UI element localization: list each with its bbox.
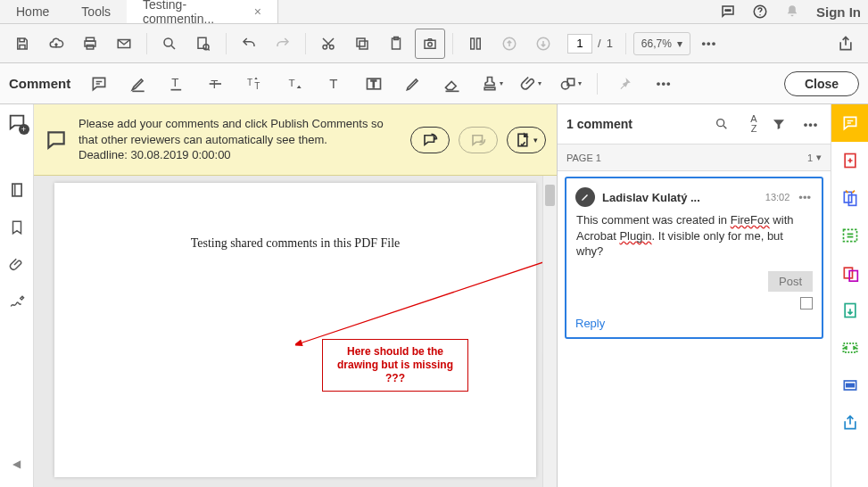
tab-document-title: Testing-commentin... — [143, 0, 247, 26]
tool-compress-icon[interactable] — [831, 329, 869, 367]
add-text-icon[interactable]: T — [318, 69, 351, 99]
tab-home[interactable]: Home — [0, 0, 65, 23]
chat-icon[interactable] — [720, 4, 736, 20]
shapes-icon[interactable]: ▾ — [554, 69, 586, 99]
tool-create-pdf-icon[interactable] — [831, 142, 869, 179]
tab-document[interactable]: Testing-commentin... × — [127, 0, 278, 23]
server-status-button[interactable]: ▾ — [507, 127, 546, 153]
share-icon[interactable] — [831, 29, 861, 59]
paste-icon[interactable] — [381, 29, 411, 59]
undo-icon[interactable] — [234, 29, 264, 59]
attach-icon[interactable]: ▾ — [515, 69, 547, 99]
comments-filter-icon[interactable] — [772, 117, 793, 131]
review-badge-icon[interactable]: + — [4, 110, 29, 135]
cloud-upload-icon[interactable] — [41, 29, 71, 59]
mail-icon[interactable] — [109, 29, 139, 59]
bookmark-icon[interactable] — [4, 215, 29, 240]
document-scroll[interactable]: Testing shared comments in this PDF File… — [34, 176, 557, 487]
chevron-down-icon: ▾ — [677, 37, 682, 50]
comment-text-firefox: FireFox — [731, 213, 770, 227]
snapshot-icon[interactable] — [415, 29, 445, 59]
comment-body[interactable]: This comment was created in FireFox with… — [575, 212, 813, 266]
help-icon[interactable] — [752, 4, 768, 20]
save-icon[interactable] — [7, 29, 37, 59]
redo-icon[interactable] — [268, 29, 298, 59]
comment-toolbar-label: Comment — [9, 76, 70, 91]
comments-page-section[interactable]: PAGE 1 1▾ — [558, 144, 831, 171]
collapse-left-rail-icon[interactable]: ◀ — [4, 451, 29, 476]
comments-search-icon[interactable] — [715, 117, 736, 131]
comment-more-icon[interactable]: ••• — [797, 191, 813, 204]
thumbnails-icon[interactable] — [4, 177, 29, 202]
annotation-arrow — [295, 245, 557, 352]
tool-protect-icon[interactable] — [831, 404, 869, 442]
scrollbar-thumb[interactable] — [545, 185, 555, 206]
sticky-note-icon[interactable] — [83, 69, 115, 99]
svg-rect-45 — [843, 229, 856, 241]
highlight-icon[interactable] — [122, 69, 154, 99]
comments-section-toggle[interactable]: 1▾ — [807, 152, 822, 163]
next-page-icon[interactable] — [528, 29, 558, 59]
comment-resolve-checkbox[interactable] — [800, 297, 813, 310]
svg-text:T: T — [255, 80, 260, 90]
tool-redact-icon[interactable] — [831, 367, 869, 404]
comment-post-button[interactable]: Post — [768, 271, 813, 292]
stamp-icon[interactable]: ▾ — [475, 69, 508, 99]
text-box-icon[interactable]: T — [358, 69, 390, 99]
prev-page-icon[interactable] — [494, 29, 525, 59]
fit-width-icon[interactable] — [460, 29, 491, 59]
attachments-icon[interactable] — [4, 252, 29, 277]
signatures-icon[interactable] — [4, 290, 29, 315]
svg-rect-15 — [357, 38, 365, 46]
close-comment-button[interactable]: Close — [784, 71, 859, 96]
strikethrough-icon[interactable]: T — [201, 69, 233, 99]
print-icon[interactable] — [75, 29, 105, 59]
comments-section-count: 1 — [807, 153, 813, 163]
tab-tools[interactable]: Tools — [65, 0, 127, 23]
comment-card[interactable]: Ladislav Kulatý ... 13:02 ••• This comme… — [565, 177, 823, 339]
comments-sort-icon[interactable]: AZ — [743, 114, 765, 134]
comment-reply-link[interactable]: Reply — [575, 317, 813, 330]
zoom-dropdown[interactable]: 66,7% ▾ — [633, 32, 690, 55]
comment-author-name: Ladislav Kulatý ... — [602, 191, 758, 204]
check-new-comments-button[interactable] — [459, 127, 498, 153]
svg-point-0 — [725, 10, 727, 12]
annotation-red-textbox[interactable]: Here should be the drawing but is missin… — [322, 339, 468, 392]
svg-rect-27 — [210, 83, 221, 85]
svg-text:T: T — [289, 77, 295, 88]
cut-icon[interactable] — [313, 29, 343, 59]
underline-icon[interactable]: T — [161, 69, 194, 99]
comment-bar-more-icon[interactable]: ••• — [648, 69, 680, 99]
tool-combine-icon[interactable] — [831, 179, 869, 217]
main-area: + ◀ Please add your comments and click P… — [0, 104, 868, 487]
bell-icon[interactable] — [784, 4, 800, 20]
pdf-page[interactable]: Testing shared comments in this PDF File… — [54, 183, 536, 477]
eraser-icon[interactable] — [436, 69, 468, 99]
tool-organize-icon[interactable] — [831, 292, 869, 329]
svg-rect-10 — [198, 37, 206, 48]
svg-rect-14 — [360, 41, 368, 49]
page-number-input[interactable] — [567, 34, 592, 54]
svg-point-2 — [730, 10, 732, 12]
copy-icon[interactable] — [347, 29, 377, 59]
publish-comments-button[interactable] — [410, 127, 450, 153]
pencil-icon[interactable] — [397, 69, 429, 99]
svg-point-4 — [759, 14, 761, 16]
comments-more-icon[interactable]: ••• — [800, 118, 822, 131]
comments-section-label: PAGE 1 — [566, 153, 601, 163]
tab-close-icon[interactable]: × — [254, 4, 261, 19]
sign-in-link[interactable]: Sign In — [816, 4, 861, 20]
tool-edit-pdf-icon[interactable] — [831, 217, 869, 254]
pin-icon[interactable] — [608, 69, 641, 99]
replace-text-icon[interactable]: TT — [240, 69, 272, 99]
toolbar-more-icon[interactable]: ••• — [694, 29, 724, 59]
find-text-icon[interactable] — [188, 29, 219, 59]
svg-rect-38 — [12, 184, 21, 196]
tool-comment-icon[interactable] — [831, 104, 869, 142]
insert-text-icon[interactable]: T — [279, 69, 311, 99]
svg-point-1 — [727, 10, 729, 12]
vertical-scrollbar[interactable] — [542, 176, 557, 487]
search-icon[interactable] — [154, 29, 185, 59]
tool-export-pdf-icon[interactable] — [831, 254, 869, 292]
document-title-text: Testing shared comments in this PDF File — [54, 236, 536, 251]
